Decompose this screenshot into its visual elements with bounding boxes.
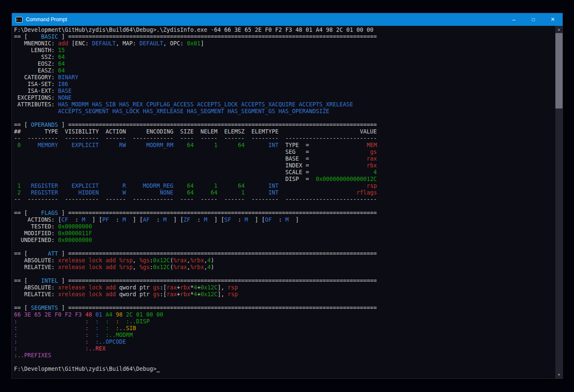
text-run: == [: [14, 305, 31, 311]
console-line: F:\Development\GitHub\zydis\Build64\Debu…: [14, 27, 555, 33]
console-line: CATEGORY: BINARY: [14, 74, 555, 81]
console-line: == [ SEGMENTS ] ========================…: [14, 305, 555, 311]
text-run: ,: [133, 257, 139, 264]
console-line: 2 REGISTER HIDDEN W NONE 64 64 1 INT rfl…: [14, 189, 555, 196]
console-line: TESTED: 0x00000000: [14, 223, 555, 230]
text-run: 01: [95, 311, 105, 318]
text-run: :: [17, 325, 89, 331]
console-line: : : : :..MODRM: [14, 332, 555, 339]
text-run: CATEGORY:: [14, 74, 58, 81]
text-run: :: [14, 339, 17, 345]
text-run: ] ======================================…: [58, 210, 377, 216]
text-run: -- --------- ---------- ------ ---------…: [14, 196, 377, 203]
text-run: gs: [153, 284, 160, 291]
text-run: M: [245, 217, 248, 223]
text-run: :[: [160, 284, 166, 291]
console-line: : :..REX: [14, 345, 555, 352]
minimize-button[interactable]: –: [504, 13, 524, 26]
text-run: ATT: [31, 250, 58, 257]
text-run: :..DISP: [119, 318, 150, 325]
command-prompt-window: C:\ Command Prompt – □ × F:\Development\…: [11, 13, 563, 379]
text-run: 0x12C: [153, 257, 170, 264]
text-run: ISA-SET:: [14, 81, 58, 87]
text-run: :: [99, 325, 109, 331]
text-run: rax: [166, 291, 177, 297]
text-run: BASE =: [285, 156, 309, 162]
text-run: 98: [116, 311, 126, 318]
text-run: SEG =: [285, 149, 309, 155]
maximize-button[interactable]: □: [524, 13, 543, 26]
scrollbar[interactable]: ▲ ▼: [555, 26, 563, 378]
console-line: [14, 203, 555, 210]
console-line: ISA-SET: I86: [14, 81, 555, 88]
indent: [14, 149, 285, 155]
text-run: xrelease lock add %rsp: [58, 257, 133, 264]
title-bar[interactable]: C:\ Command Prompt – □ ×: [12, 13, 563, 26]
text-run: M: [286, 217, 289, 223]
console-line: UNDEFINED: 0x00000000: [14, 237, 555, 244]
text-run: :: [231, 217, 244, 223]
text-run: ABSOLUTE:: [14, 257, 58, 264]
text-run: ],: [217, 284, 227, 291]
text-run: DEFAULT: [139, 40, 163, 47]
text-run: MODIFIED:: [14, 230, 58, 236]
text-run: gs: [153, 291, 160, 297]
console-line: [14, 359, 555, 366]
text-run: 64: [217, 183, 244, 189]
console-line: SSZ: 64: [14, 54, 555, 61]
console-line: == [ ATT ] =============================…: [14, 250, 555, 257]
text-run: ] [: [166, 217, 183, 223]
text-run: :: [272, 217, 286, 223]
text-run: :: [17, 332, 89, 338]
text-run: -- --------- ---------- ------ ---------…: [14, 135, 377, 142]
console-output[interactable]: F:\Development\GitHub\zydis\Build64\Debu…: [12, 26, 555, 378]
scrollbar-track[interactable]: [555, 33, 563, 371]
text-run: INT: [244, 183, 278, 189]
text-run: 2C 01 00 00: [126, 311, 163, 318]
text-run: ]: [289, 217, 299, 223]
text-run: ] ======================================…: [58, 305, 377, 311]
text-cursor: _: [156, 366, 160, 372]
text-run: %rax: [173, 257, 187, 264]
text-run: rsp: [227, 291, 238, 297]
text-run: PF: [102, 217, 109, 223]
scroll-down-icon[interactable]: ▼: [555, 371, 563, 378]
text-run: ABSOLUTE:: [14, 284, 58, 291]
text-run: ] [: [248, 217, 265, 223]
desktop: C:\ Command Prompt – □ × F:\Development\…: [0, 0, 574, 392]
text-run: %gs: [139, 264, 150, 270]
text-run: 0x00000000: [58, 223, 92, 230]
text-run: :..PREFIXES: [14, 352, 51, 359]
text-run: :..OPCODE: [89, 339, 126, 345]
text-run: rsp: [278, 183, 377, 189]
console-line: == [ FLAGS ] ===========================…: [14, 210, 555, 217]
console-line: -- --------- ---------- ------ ---------…: [14, 135, 555, 142]
text-run: OPERANDS: [31, 122, 58, 128]
text-run: MODRM_RM: [126, 142, 173, 148]
text-run: qword ptr: [116, 284, 153, 291]
text-run: MEMORY: [21, 142, 58, 148]
console-line: ## TYPE VISIBILITY ACTION ENCODING SIZE …: [14, 128, 555, 135]
text-run: BASIC: [31, 33, 58, 40]
text-run: rbx: [180, 291, 190, 297]
text-run: ],: [217, 291, 227, 297]
scrollbar-thumb[interactable]: [555, 33, 563, 108]
text-run: == [: [14, 122, 31, 128]
console-line: [14, 271, 555, 278]
console-line: EOSZ: 64: [14, 61, 555, 67]
text-run: :: [17, 339, 89, 345]
cmd-icon[interactable]: C:\: [16, 17, 22, 22]
text-run: 0x00000000: [58, 237, 92, 243]
console-line: : : : : : :..DISP: [14, 318, 555, 325]
text-run: OF: [265, 217, 272, 223]
console-line: [14, 115, 555, 122]
close-button[interactable]: ×: [543, 13, 563, 26]
text-run: ,: [133, 264, 139, 270]
text-run: 0x01: [187, 40, 200, 47]
text-run: REGISTER: [21, 189, 58, 196]
text-run: 0: [14, 142, 21, 148]
scroll-up-icon[interactable]: ▲: [555, 26, 563, 33]
text-run: 0x0000011F: [58, 230, 92, 236]
text-run: HIDDEN: [58, 189, 99, 196]
text-run: ): [211, 257, 214, 264]
